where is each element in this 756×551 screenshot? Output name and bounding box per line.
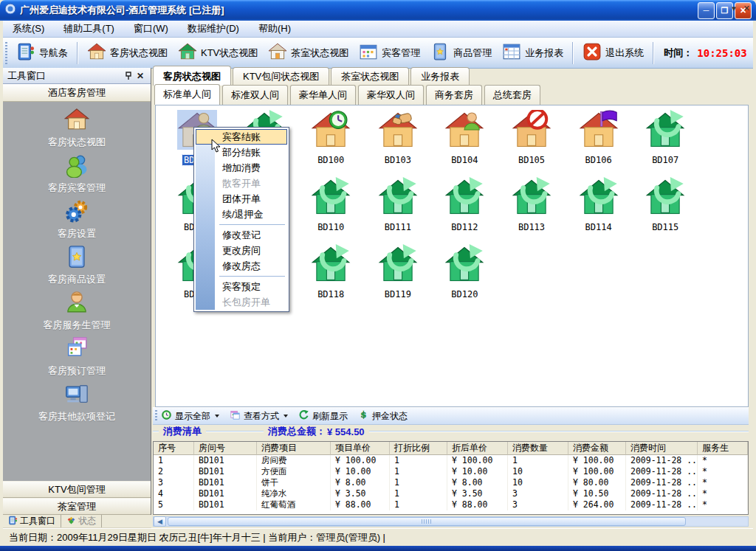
action-button-显示全部[interactable]: 显示全部 [161, 409, 219, 423]
sidebar-item-客房预订管理[interactable]: 客房预订管理 [3, 332, 151, 378]
sidebar-item-客房宾客管理[interactable]: 客房宾客管理 [3, 149, 151, 195]
column-header-消费金额[interactable]: 消费金额 [568, 442, 626, 455]
toolbar-button-calendar[interactable]: 宾客管理 [354, 41, 425, 65]
toolbar-grip[interactable] [5, 42, 7, 64]
action-button-label: 显示全部 [175, 410, 210, 423]
pin-icon[interactable] [123, 70, 134, 81]
table-row[interactable]: 5BD101红葡萄酒¥ 88.001¥ 88.003¥ 264.002009-1… [154, 499, 748, 510]
sidebar-section-茶室管理[interactable]: 茶室管理 [3, 498, 151, 515]
action-button-刷新显示[interactable]: 刷新显示 [298, 409, 348, 423]
room-BD106[interactable]: BD106 [567, 110, 630, 166]
column-header-项目单价[interactable]: 项目单价 [331, 442, 390, 455]
sidebar-item-客房商品设置[interactable]: 客房商品设置 [3, 240, 151, 286]
scrollbar-thumb[interactable] [168, 517, 686, 526]
actionbar-grip[interactable] [155, 410, 157, 422]
table-row[interactable]: 4BD101纯净水¥ 3.501¥ 3.503¥ 10.502009-11-28… [154, 488, 748, 499]
horizontal-scrollbar[interactable]: ◀ [153, 516, 749, 527]
column-header-序号[interactable]: 序号 [154, 442, 194, 455]
room-BD110[interactable]: BD110 [299, 177, 362, 233]
room-type-tab-标准双人间[interactable]: 标准双人间 [222, 85, 288, 105]
room-BD120[interactable]: BD120 [433, 244, 496, 300]
room-type-tab-标准单人间[interactable]: 标准单人间 [154, 84, 220, 105]
room-BD115[interactable]: BD115 [633, 177, 697, 233]
context-menu-item-部分结账[interactable]: 部分结账 [196, 145, 287, 160]
doc-tab-KTV包间状态视图[interactable]: KTV包间状态视图 [233, 67, 329, 86]
room-type-tab-豪华单人间[interactable]: 豪华单人间 [290, 85, 356, 105]
context-menu-item-宾客结账[interactable]: 宾客结账 [196, 129, 287, 145]
dropdown-arrow-icon[interactable] [284, 415, 288, 417]
menu-item-系统S[interactable]: 系统(S) [3, 21, 54, 37]
table-row[interactable]: 3BD101饼干¥ 8.001¥ 8.0010¥ 80.002009-11-28… [154, 477, 748, 488]
menu-item-窗口W[interactable]: 窗口(W) [124, 21, 178, 37]
context-menu-item-更改房间[interactable]: 更改房间 [196, 243, 287, 258]
panel-close-icon[interactable]: ✕ [134, 70, 146, 81]
column-header-打折比例[interactable]: 打折比例 [390, 442, 447, 455]
context-menu-item-续/退押金[interactable]: 续/退押金 [196, 207, 287, 222]
navbar-icon [8, 516, 18, 527]
sidebar-item-客房设置[interactable]: 客房设置 [3, 195, 151, 240]
context-menu-item-宾客预定[interactable]: 宾客预定 [196, 279, 287, 294]
context-menu-item-团体开单[interactable]: 团体开单 [196, 191, 287, 207]
doc-tab-业务报表[interactable]: 业务报表 [410, 67, 470, 86]
sidebar-item-客房状态视图[interactable]: 客房状态视图 [3, 103, 151, 149]
title-bar: 广州爱启迪技术有限公司-酒店管理系统 [已注册] ─ ❐ ✕ [0, 0, 756, 21]
sidebar-section-KTV包间管理[interactable]: KTV包间管理 [3, 481, 151, 498]
calendars-icon [64, 336, 89, 364]
menu-item-帮助H[interactable]: 帮助(H) [249, 21, 300, 37]
tab-list-dropdown-icon[interactable]: ▾ [732, 4, 736, 13]
room-type-tab-豪华双人间[interactable]: 豪华双人间 [358, 85, 424, 105]
table-cell: 1 [390, 466, 447, 477]
room-BD114[interactable]: BD114 [567, 177, 630, 233]
room-BD119[interactable]: BD119 [366, 244, 430, 300]
toolbar-button-house-red[interactable]: 客房状态视图 [82, 41, 173, 65]
table-row[interactable]: 2BD101方便面¥ 10.001¥ 10.0010¥ 100.002009-1… [154, 466, 748, 477]
tab-close-icon[interactable]: ✕ [743, 4, 750, 13]
action-button-押金状态[interactable]: $押金状态 [358, 409, 408, 423]
sidebar-bottom-tab-工具窗口[interactable]: 工具窗口 [3, 515, 61, 527]
table-cell: 2009-11-28 ... [626, 455, 698, 466]
sidebar-bottom-tab-状态[interactable]: 状态 [61, 515, 102, 527]
column-header-消费项目[interactable]: 消费项目 [257, 442, 331, 455]
toolbar-button-book[interactable]: 商品管理 [425, 41, 497, 65]
window-border-bottom [0, 546, 756, 551]
dropdown-arrow-icon[interactable] [215, 415, 219, 417]
room-BD112[interactable]: BD112 [433, 177, 496, 233]
scroll-left-icon[interactable]: ◀ [154, 516, 166, 527]
context-menu-item-增加消费[interactable]: 增加消费 [196, 160, 287, 176]
doc-tab-茶室状态视图[interactable]: 茶室状态视图 [331, 67, 409, 86]
tool-window-title: 工具窗口 [7, 69, 46, 83]
column-header-房间号[interactable]: 房间号 [194, 442, 257, 455]
doc-tab-客房状态视图[interactable]: 客房状态视图 [153, 66, 231, 86]
room-BD118[interactable]: BD118 [299, 244, 362, 300]
room-BD111[interactable]: BD111 [366, 177, 430, 233]
minimize-button[interactable]: ─ [698, 2, 715, 19]
toolbar-button-navbar[interactable]: 导航条 [11, 41, 73, 65]
table-row[interactable]: 1BD101房间费¥ 100.001¥ 100.001¥ 100.002009-… [154, 455, 748, 466]
column-header-消费时间[interactable]: 消费时间 [626, 442, 698, 455]
column-header-服务生[interactable]: 服务生 [698, 442, 748, 455]
room-BD107[interactable]: BD107 [633, 110, 697, 166]
room-BD104[interactable]: BD104 [433, 110, 496, 166]
toolbar-button-house-white[interactable]: 茶室状态视图 [263, 41, 354, 65]
toolbar-button-house-green[interactable]: KTV状态视图 [173, 41, 263, 65]
sidebar-item-客房其他款项登记[interactable]: 客房其他款项登记 [3, 378, 151, 423]
room-BD105[interactable]: BD105 [500, 110, 563, 166]
room-type-tab-总统套房[interactable]: 总统套房 [484, 85, 540, 105]
action-button-查看方式[interactable]: 查看方式 [230, 409, 288, 423]
maximize-button[interactable]: ❐ [716, 2, 733, 19]
toolbar-button-exit[interactable]: 退出系统 [577, 41, 649, 65]
context-menu-item-修改房态[interactable]: 修改房态 [196, 258, 287, 274]
room-type-tab-商务套房[interactable]: 商务套房 [426, 85, 482, 105]
column-header-折后单价[interactable]: 折后单价 [447, 442, 508, 455]
menu-item-数据维护D[interactable]: 数据维护(D) [178, 21, 249, 37]
room-BD100[interactable]: BD100 [299, 110, 362, 166]
sidebar-item-客房服务生管理[interactable]: 客房服务生管理 [3, 286, 151, 332]
column-header-消费数量[interactable]: 消费数量 [508, 442, 568, 455]
menu-item-辅助工具T[interactable]: 辅助工具(T) [54, 21, 124, 37]
room-BD103[interactable]: BD103 [366, 110, 430, 166]
room-BD113[interactable]: BD113 [500, 177, 563, 233]
toolbar-button-report[interactable]: 业务报表 [497, 41, 568, 65]
room-status-icon-guest [444, 110, 484, 150]
sidebar-panel-title[interactable]: 酒店客房管理 [3, 84, 151, 102]
context-menu-item-修改登记[interactable]: 修改登记 [196, 227, 287, 243]
